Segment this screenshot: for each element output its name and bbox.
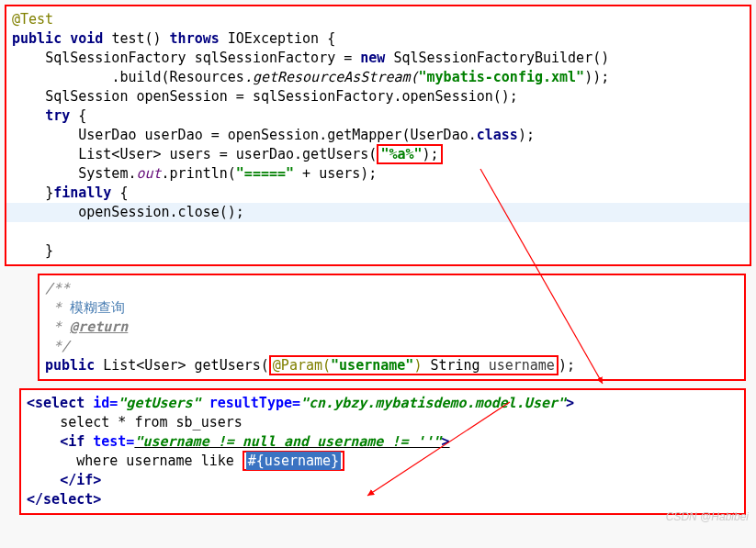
- tag-select-open: <select: [27, 395, 85, 411]
- return-type: List<User>: [103, 357, 186, 374]
- println: .println(: [162, 165, 236, 182]
- type-session: SqlSession: [45, 88, 128, 105]
- doc-star2: *: [45, 319, 70, 335]
- doc-return: @return: [70, 319, 128, 335]
- eq: =: [335, 50, 360, 66]
- type-userdao: UserDao: [78, 127, 136, 143]
- sel-placeholder: #{username}: [246, 452, 341, 470]
- build-call: .build(Resources: [111, 69, 244, 85]
- highlight-pattern: "%a%");: [377, 144, 442, 164]
- close-paren: ));: [584, 69, 609, 85]
- get-resource: .getResourceAsStream(: [244, 69, 419, 85]
- kw-class: class: [477, 127, 518, 143]
- tag-select-close: </select>: [27, 491, 101, 508]
- tag-if-close: </if>: [60, 472, 101, 488]
- close-p1: );: [518, 127, 535, 143]
- type-builder: SqlSessionFactoryBuilder: [393, 50, 592, 66]
- val-rt: "cn.ybzy.mybatisdemo.model.User": [300, 395, 566, 411]
- kw-public2: public: [45, 357, 95, 374]
- val-test: "username != null and username != ''": [134, 433, 441, 450]
- code-content: @Test public void test() throws IOExcept…: [12, 10, 744, 261]
- attr-test: test=: [85, 433, 134, 450]
- str-eq5: "=====": [236, 165, 294, 182]
- highlighted-line: openSession.close();: [6, 203, 750, 222]
- sys: System.: [78, 165, 136, 182]
- close-call: openSession.close();: [78, 204, 244, 220]
- doc-end: */: [45, 338, 70, 354]
- attr-rt: resultType=: [201, 395, 300, 411]
- gt: >: [566, 395, 574, 411]
- var-session: openSession: [136, 88, 227, 105]
- tag-if-open: <if: [60, 433, 85, 450]
- annotation-test: @Test: [12, 11, 53, 28]
- str-pattern: "%a%": [380, 146, 422, 162]
- code-block-interface-method: /** * 模糊查询 * @return */ public List<User…: [38, 274, 746, 381]
- method-name: test: [111, 30, 144, 47]
- kw-public: public: [12, 30, 62, 47]
- t-string: String: [422, 357, 488, 374]
- kw-new: new: [360, 50, 385, 66]
- brace: {: [319, 30, 335, 47]
- str-config: "mybatis-config.xml": [419, 69, 585, 85]
- code-block-xml-mapper: <select id="getUsers" resultType="cn.ybz…: [19, 388, 746, 515]
- doc-start: /**: [45, 280, 70, 296]
- anno-param: @Param(: [273, 357, 331, 374]
- code-content: <select id="getUsers" resultType="cn.ybz…: [27, 394, 739, 509]
- get-users-call: = userDao.getUsers(: [211, 146, 378, 162]
- val-id: "getUsers": [118, 395, 200, 411]
- rbrace: }: [45, 185, 53, 201]
- plus-users: + users);: [294, 165, 377, 182]
- code-block-test-method: @Test public void test() throws IOExcept…: [5, 5, 751, 266]
- kw-try: try: [45, 107, 70, 124]
- lparen: (: [261, 357, 269, 374]
- watermark: CSDN @Habibei: [666, 510, 749, 523]
- test-cond-wrap: "username != null and username != ''">: [134, 433, 449, 450]
- kw-void: void: [70, 30, 103, 47]
- var-factory: sqlSessionFactory: [195, 50, 336, 66]
- type-list: List<User>: [78, 146, 161, 162]
- exception-type: IOException: [228, 30, 319, 47]
- sql-select: select * from sb_users: [60, 414, 243, 431]
- out-field: out: [136, 165, 161, 182]
- method-name2: getUsers: [195, 357, 261, 374]
- highlight-placeholder: #{username}: [243, 451, 344, 471]
- sql-where: where username like: [76, 453, 243, 469]
- var-users: users: [170, 146, 211, 162]
- method-end: );: [559, 357, 575, 374]
- get-mapper: = openSession.getMapper(UserDao.: [203, 127, 477, 143]
- kw-finally: finally: [53, 185, 111, 201]
- open-session-call: = sqlSessionFactory.openSession();: [228, 88, 518, 105]
- empty-call: (): [592, 50, 609, 66]
- code-content: /** * 模糊查询 * @return */ public List<User…: [45, 279, 739, 375]
- doc-fuzzy: 模糊查询: [70, 299, 125, 316]
- highlight-param: @Param("username") String username: [269, 355, 559, 375]
- var-username: username: [489, 357, 555, 374]
- var-userdao: userDao: [145, 127, 203, 143]
- attr-id: id=: [85, 395, 118, 411]
- str-username: "username": [331, 357, 413, 374]
- doc-star: *: [45, 299, 70, 316]
- type-factory: SqlSessionFactory: [45, 50, 186, 66]
- gt2: >: [442, 433, 450, 450]
- kw-throws: throws: [170, 30, 220, 47]
